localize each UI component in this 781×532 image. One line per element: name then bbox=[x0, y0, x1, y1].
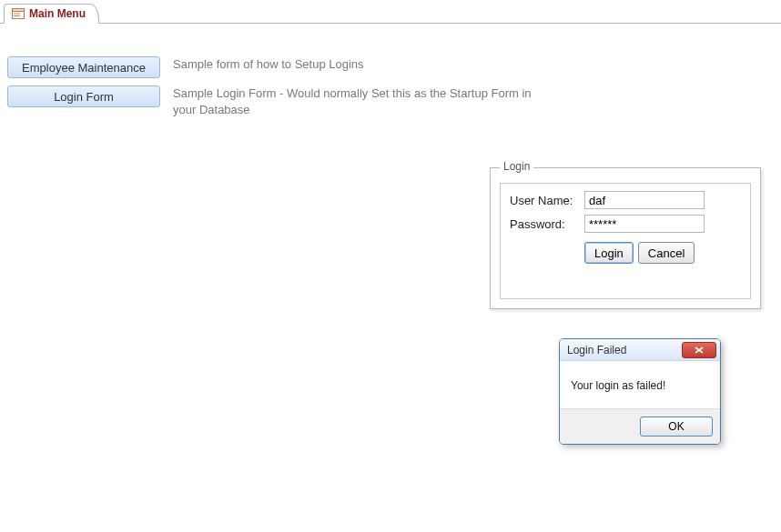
login-button[interactable]: Login bbox=[584, 242, 634, 264]
msgbox-body: Your login as failed! bbox=[560, 361, 720, 408]
svg-rect-1 bbox=[13, 9, 25, 12]
employee-maintenance-button[interactable]: Employee Maintenance bbox=[7, 56, 160, 78]
employee-maintenance-desc: Sample form of how to Setup Logins bbox=[173, 56, 364, 73]
login-failed-msgbox: Login Failed Your login as failed! OK bbox=[559, 338, 721, 445]
username-row: User Name: bbox=[510, 191, 741, 209]
ok-button[interactable]: OK bbox=[640, 417, 713, 437]
msgbox-footer: OK bbox=[560, 408, 720, 444]
form-icon bbox=[12, 8, 25, 19]
tab-bar: Main Menu bbox=[0, 0, 781, 24]
login-button-row: Login Cancel bbox=[584, 242, 741, 264]
msgbox-title-text: Login Failed bbox=[567, 344, 626, 356]
login-dialog: Login User Name: Password: Login Cancel bbox=[490, 167, 761, 309]
menu-row-login: Login Form Sample Login Form - Would nor… bbox=[7, 85, 774, 117]
login-inner: User Name: Password: Login Cancel bbox=[500, 183, 751, 299]
password-input[interactable] bbox=[584, 215, 705, 233]
menu-row-employee: Employee Maintenance Sample form of how … bbox=[7, 56, 774, 78]
cancel-button[interactable]: Cancel bbox=[638, 242, 695, 264]
login-form-button[interactable]: Login Form bbox=[7, 85, 160, 107]
password-row: Password: bbox=[510, 215, 741, 233]
username-input[interactable] bbox=[584, 191, 705, 209]
tab-title: Main Menu bbox=[29, 7, 86, 20]
username-label: User Name: bbox=[510, 194, 584, 207]
login-legend: Login bbox=[500, 160, 533, 173]
main-content: Employee Maintenance Sample form of how … bbox=[0, 24, 781, 132]
close-icon bbox=[695, 346, 704, 354]
msgbox-titlebar: Login Failed bbox=[560, 339, 720, 361]
close-button[interactable] bbox=[682, 342, 716, 358]
password-label: Password: bbox=[510, 217, 584, 231]
login-form-desc: Sample Login Form - Would normally Set t… bbox=[173, 85, 555, 117]
tab-main-menu[interactable]: Main Menu bbox=[4, 4, 99, 24]
